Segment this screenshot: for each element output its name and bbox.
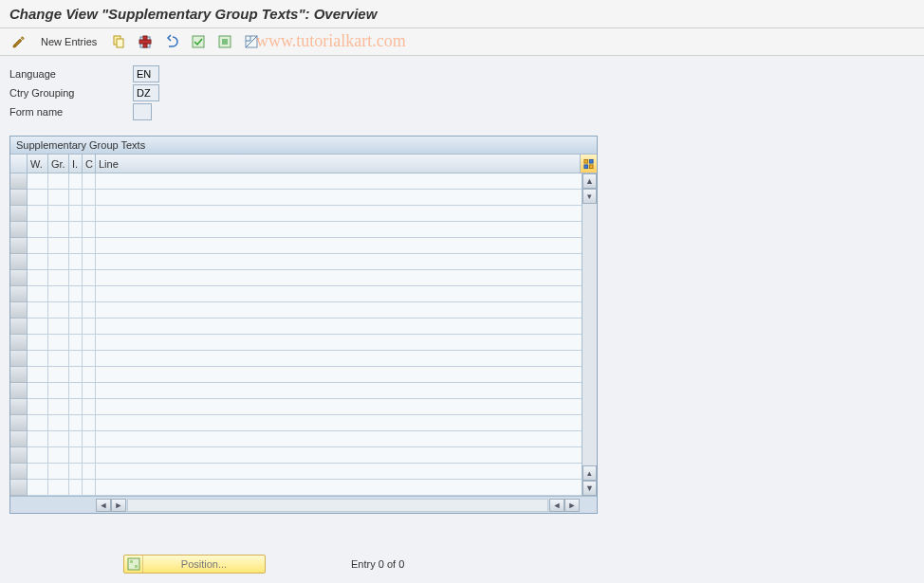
table-cell[interactable] [69,286,82,302]
table-cell[interactable] [48,190,68,206]
table-cell[interactable] [96,335,582,351]
table-cell[interactable] [83,254,95,270]
table-cell[interactable] [96,383,582,399]
column-header-selector[interactable] [10,155,28,173]
table-cell[interactable] [96,222,582,238]
language-input[interactable] [133,65,159,82]
table-cell[interactable] [83,222,95,238]
column-header-i[interactable]: I. [69,155,83,173]
vertical-scrollbar[interactable]: ▲ ▾ ▴ ▼ [582,173,597,496]
table-cell[interactable] [83,480,95,496]
table-cell[interactable] [28,383,47,399]
table-cell[interactable] [28,464,47,480]
row-selector[interactable] [10,335,28,351]
table-cell[interactable] [28,480,47,496]
table-cell[interactable] [69,270,82,286]
table-cell[interactable] [48,222,68,238]
table-cell[interactable] [28,302,47,319]
table-cell[interactable] [48,480,68,496]
table-cell[interactable] [48,447,68,464]
table-cell[interactable] [28,335,47,351]
scroll-left-icon[interactable]: ◄ [96,499,111,512]
row-selector[interactable] [10,447,28,464]
table-cell[interactable] [96,319,582,335]
undo-icon[interactable] [160,32,183,51]
column-header-line[interactable]: Line [96,155,580,173]
table-cell[interactable] [96,464,582,480]
table-cell[interactable] [28,286,47,302]
table-cell[interactable] [69,190,82,206]
table-cell[interactable] [96,270,582,286]
table-cell[interactable] [96,447,582,464]
table-cell[interactable] [28,254,47,270]
table-cell[interactable] [83,431,95,447]
new-entries-button[interactable]: New Entries [34,32,103,51]
table-cell[interactable] [28,190,47,206]
table-cell[interactable] [48,464,68,480]
table-cell[interactable] [83,319,95,335]
table-cell[interactable] [83,383,95,399]
table-cell[interactable] [83,286,95,302]
table-cell[interactable] [28,319,47,335]
table-cell[interactable] [83,367,95,383]
row-selector[interactable] [10,238,28,254]
row-selector[interactable] [10,222,28,238]
table-cell[interactable] [28,238,47,254]
row-selector[interactable] [10,464,28,480]
table-cell[interactable] [96,254,582,270]
deselect-all-icon[interactable] [240,32,263,51]
row-selector[interactable] [10,399,28,415]
table-cell[interactable] [48,335,68,351]
row-selector[interactable] [10,431,28,447]
position-button[interactable]: Position... [123,555,266,574]
horizontal-scrollbar[interactable]: ◄ ► ◄ ► [10,496,597,513]
row-selector[interactable] [10,190,28,206]
table-cell[interactable] [96,190,582,206]
table-cell[interactable] [48,286,68,302]
table-cell[interactable] [83,415,95,431]
table-cell[interactable] [48,254,68,270]
table-cell[interactable] [96,173,582,190]
table-cell[interactable] [83,238,95,254]
table-cell[interactable] [28,447,47,464]
table-cell[interactable] [69,415,82,431]
table-cell[interactable] [69,464,82,480]
row-selector[interactable] [10,480,28,496]
table-cell[interactable] [48,206,68,222]
table-cell[interactable] [83,399,95,415]
table-cell[interactable] [48,351,68,367]
table-cell[interactable] [83,173,95,190]
row-selector[interactable] [10,206,28,222]
table-cell[interactable] [48,302,68,319]
table-cell[interactable] [48,415,68,431]
table-cell[interactable] [48,383,68,399]
scroll-right-icon[interactable]: ► [564,499,580,512]
table-cell[interactable] [83,335,95,351]
table-cell[interactable] [69,319,82,335]
table-cell[interactable] [48,270,68,286]
row-selector[interactable] [10,351,28,367]
table-cell[interactable] [28,206,47,222]
table-cell[interactable] [83,464,95,480]
column-header-c[interactable]: C [83,155,96,173]
table-cell[interactable] [69,302,82,319]
table-cell[interactable] [96,238,582,254]
scroll-up-step-icon[interactable]: ▾ [582,189,597,204]
table-cell[interactable] [83,447,95,464]
table-cell[interactable] [69,206,82,222]
table-cell[interactable] [69,222,82,238]
column-header-w[interactable]: W. [28,155,48,173]
select-all-icon[interactable] [187,32,210,51]
table-cell[interactable] [69,173,82,190]
table-cell[interactable] [83,206,95,222]
table-cell[interactable] [69,335,82,351]
form-name-input[interactable] [133,103,152,120]
table-cell[interactable] [28,431,47,447]
table-cell[interactable] [69,431,82,447]
table-cell[interactable] [69,367,82,383]
table-cell[interactable] [96,286,582,302]
table-cell[interactable] [28,173,47,190]
table-cell[interactable] [48,367,68,383]
row-selector[interactable] [10,270,28,286]
scroll-down-icon[interactable]: ▼ [582,481,597,496]
